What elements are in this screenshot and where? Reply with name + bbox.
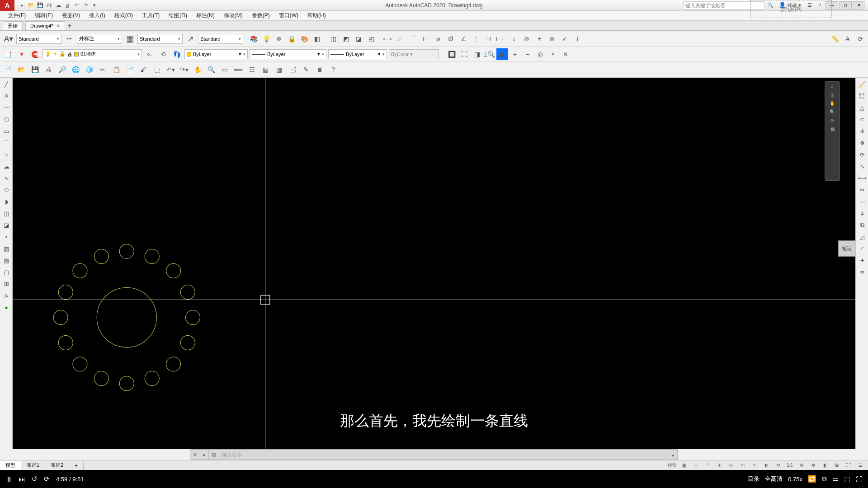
xref-attach-icon[interactable]: ◩: [340, 33, 352, 45]
open-icon[interactable]: 📂: [27, 1, 35, 9]
new-drawing-icon[interactable]: 📄: [2, 64, 14, 75]
st-scale[interactable]: 1:1: [785, 461, 795, 469]
video-speed[interactable]: 0.75x: [788, 476, 802, 483]
dim-base-icon[interactable]: ⊣: [483, 33, 495, 45]
xref-clip-icon[interactable]: ◰: [365, 33, 377, 45]
xref-icon[interactable]: ◫: [327, 33, 339, 45]
dim-tol-icon[interactable]: ±: [533, 33, 545, 45]
st-lw-icon[interactable]: ≡: [750, 461, 760, 469]
st-cycle-icon[interactable]: ⟲: [773, 461, 783, 469]
publish-icon[interactable]: 🌐: [70, 64, 81, 75]
offset-icon[interactable]: ⊂: [857, 114, 868, 125]
minimize-button[interactable]: —: [826, 1, 838, 9]
lineweight-combo[interactable]: ByLayer▾: [328, 49, 387, 59]
dim-style-icon[interactable]: ↔: [62, 32, 76, 46]
zoom-window-icon[interactable]: 🔲: [446, 48, 458, 60]
make-block-icon[interactable]: ◪: [1, 220, 12, 230]
layer-match-icon[interactable]: 🧲: [29, 48, 41, 60]
menu-insert[interactable]: 插入(I): [85, 12, 109, 19]
cmd-input[interactable]: 键入命令: [219, 451, 669, 458]
pan-icon[interactable]: ✋: [192, 64, 203, 75]
drawing-canvas[interactable]: ⌂ ◎ ✋ 🔍 ⟳ ▦ 笔记 那么首先，我先绘制一条直线: [13, 78, 855, 449]
dim-break-icon[interactable]: ⊘: [521, 33, 533, 45]
dim-arc-icon[interactable]: ⌒: [407, 33, 419, 45]
dim-inspect-icon[interactable]: ✓: [559, 33, 571, 45]
tab-add-button[interactable]: +: [65, 21, 74, 30]
qat-dropdown-icon[interactable]: ▾: [90, 1, 99, 9]
redo-icon[interactable]: ↷: [81, 1, 90, 9]
replay-icon[interactable]: ⟳: [44, 475, 50, 483]
saveas-icon[interactable]: 🖫: [45, 1, 53, 9]
calc-icon[interactable]: 🖩: [314, 64, 326, 75]
make-current-icon[interactable]: ⇐: [144, 48, 156, 60]
props-icon[interactable]: ☷: [246, 64, 258, 75]
menu-format[interactable]: 格式(O): [110, 12, 137, 19]
nav-orbit-icon[interactable]: ⟳: [830, 118, 834, 123]
print-icon[interactable]: 🖨: [42, 64, 54, 75]
markup-icon[interactable]: ✎: [300, 64, 312, 75]
dim-radius-icon[interactable]: ⌀: [432, 33, 444, 45]
wide-icon[interactable]: ⬚: [844, 475, 850, 483]
xline-icon[interactable]: ✕: [1, 90, 12, 101]
measure-icon[interactable]: 📏: [829, 33, 841, 45]
circle-icon[interactable]: ○: [1, 149, 12, 160]
help2-icon[interactable]: ?: [327, 64, 339, 75]
spline-icon[interactable]: ∿: [1, 173, 12, 183]
point-icon[interactable]: •: [1, 231, 12, 242]
menu-modify[interactable]: 修改(M): [219, 12, 247, 19]
arc-icon[interactable]: ⌒: [1, 137, 12, 148]
theater-icon[interactable]: ▭: [832, 475, 839, 483]
menu-help[interactable]: 帮助(H): [303, 12, 330, 19]
help-icon[interactable]: ?: [816, 1, 824, 9]
table-style-combo[interactable]: Standard: [137, 34, 183, 44]
layer-filter-icon[interactable]: 🔻: [15, 48, 27, 60]
dim-space-icon[interactable]: ↕: [508, 33, 520, 45]
erase-icon[interactable]: 🧹: [857, 79, 868, 89]
rotate-icon[interactable]: ⟳: [857, 149, 868, 160]
region-icon[interactable]: ▢: [1, 267, 12, 277]
ellipse-icon[interactable]: ⬭: [1, 184, 12, 195]
st-model[interactable]: 模型: [667, 461, 677, 469]
move-icon[interactable]: ✥: [857, 137, 868, 148]
zoom-prev-icon[interactable]: ◨: [471, 48, 483, 60]
zoom-all-icon[interactable]: ◼: [496, 48, 508, 60]
app-logo[interactable]: A: [0, 0, 14, 11]
new-icon[interactable]: ▸: [18, 1, 26, 9]
tab-layout2[interactable]: 布局2: [45, 461, 69, 470]
ellipse-arc-icon[interactable]: ◗: [1, 196, 12, 207]
line-icon[interactable]: ╱: [1, 79, 12, 89]
st-anno-icon[interactable]: ✲: [808, 461, 818, 469]
video-catalog[interactable]: 目录: [748, 475, 760, 483]
stretch-icon[interactable]: ⟷: [857, 173, 868, 183]
hatch-icon[interactable]: ▨: [1, 243, 12, 254]
canvas-svg[interactable]: [13, 78, 855, 449]
zoom-out-icon[interactable]: −: [522, 48, 533, 60]
designcenter-icon[interactable]: ▦: [259, 64, 271, 75]
menu-edit[interactable]: 编辑(E): [30, 12, 57, 19]
cmd-close-icon[interactable]: ✕: [190, 450, 200, 460]
break-icon[interactable]: ≠: [857, 208, 868, 219]
mirror-icon[interactable]: △: [857, 102, 868, 113]
layer-iso-icon[interactable]: ◧: [311, 33, 323, 45]
join-icon[interactable]: ⧉: [857, 220, 868, 230]
chamfer-icon[interactable]: ◿: [857, 231, 868, 242]
gradient-icon[interactable]: ▧: [1, 255, 12, 266]
st-grid-icon[interactable]: ▦: [679, 461, 689, 469]
nav-show-icon[interactable]: ▦: [830, 127, 835, 131]
command-line[interactable]: ✕ ▸ ▤ 键入命令 ▴: [190, 449, 678, 460]
mtext-icon[interactable]: A: [1, 290, 12, 301]
save-icon[interactable]: 💾: [36, 1, 44, 9]
table-icon[interactable]: ⊞: [1, 278, 12, 289]
video-quality[interactable]: 全高清: [765, 475, 783, 483]
dim-cont-icon[interactable]: ⊢⊢: [495, 33, 507, 45]
matchprop-icon[interactable]: 🖌: [137, 64, 149, 75]
cmd-expand-icon[interactable]: ▸: [200, 450, 209, 460]
layer-freeze-icon[interactable]: ❄: [273, 33, 285, 45]
dim-diam-icon[interactable]: Ø: [445, 33, 457, 45]
cut-icon[interactable]: ✂: [97, 64, 108, 75]
redo2-icon[interactable]: ↷▾: [178, 64, 190, 75]
tab-start[interactable]: 开始: [3, 21, 23, 30]
plot-icon[interactable]: 🖨: [63, 1, 71, 9]
copy-icon[interactable]: 📋: [110, 64, 122, 75]
mleader-style-combo[interactable]: Standard: [198, 34, 243, 44]
